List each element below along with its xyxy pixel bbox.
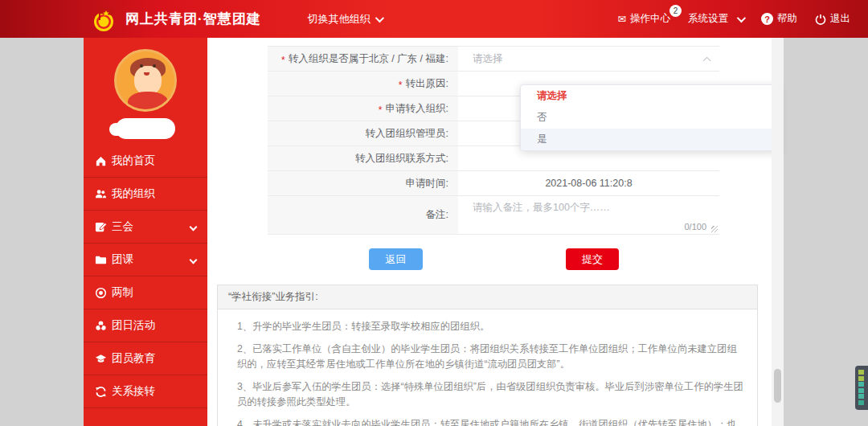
sidebar-item-label: 我的首页 [112, 154, 155, 168]
page: 网上共青团·智慧团建 切换其他组织 ✉ 操作中心 2 系统设置 ? 帮助 [0, 0, 868, 426]
sidebar-item-member-education[interactable]: 团员教育 [84, 342, 207, 375]
chevron-down-icon [375, 13, 383, 22]
system-settings-button[interactable]: 系统设置 [688, 12, 743, 26]
chevron-up-icon [703, 56, 711, 64]
dropdown-option-no[interactable]: 否 [521, 107, 779, 129]
sidebar-item-meetings[interactable]: 三会 [84, 211, 207, 244]
help-icon: ? [761, 13, 773, 25]
remark-cell: 0/100 [458, 196, 719, 234]
sidebar-item-label: 团课 [112, 252, 133, 267]
folder-icon [95, 254, 107, 266]
sync-icon [95, 386, 107, 398]
sidebar-menu: 我的首页 我的组织 三会 团课 [84, 145, 207, 408]
field-label: 转出原因: [406, 77, 448, 91]
header-actions: ✉ 操作中心 2 系统设置 ? 帮助 退出 [618, 12, 850, 26]
field-label: 转入组织是否属于北京 / 广东 / 福建: [289, 52, 448, 66]
switch-org-dropdown[interactable]: 切换其他组织 [308, 12, 382, 27]
help-label: 帮助 [777, 12, 797, 26]
sidebar-item-label: 我的组织 [112, 186, 155, 201]
home-icon [95, 155, 107, 167]
chevron-down-icon [190, 223, 198, 231]
target-icon [95, 287, 107, 299]
field-label: 申请转入组织: [386, 102, 448, 116]
logout-label: 退出 [830, 12, 850, 26]
edit-icon [95, 221, 107, 233]
required-marker: * [281, 55, 285, 66]
graduation-cap-icon [95, 353, 107, 365]
guidance-body: 1、升学的毕业学生团员：转接至录取学校相应的团组织。 2、已落实工作单位（含自主… [218, 309, 757, 426]
action-center-label: 操作中心 [630, 12, 670, 26]
app-header: 网上共青团·智慧团建 切换其他组织 ✉ 操作中心 2 系统设置 ? 帮助 [0, 0, 868, 38]
help-button[interactable]: ? 帮助 [761, 12, 797, 26]
sidebar-item-label: 三会 [112, 219, 133, 234]
field-label: 申请时间: [406, 177, 448, 190]
remark-textarea[interactable] [473, 201, 719, 234]
action-center-button[interactable]: ✉ 操作中心 2 [618, 12, 670, 26]
app-title: 网上共青团·智慧团建 [125, 10, 261, 28]
floating-extension-widget[interactable] [855, 366, 868, 410]
mail-icon: ✉ [618, 13, 626, 25]
sidebar-item-label: 团员教育 [112, 351, 155, 366]
field-label: 转入团组织联系方式: [355, 152, 448, 166]
region-select-dropdown: 请选择 否 是 [520, 84, 780, 151]
chevron-down-icon [190, 256, 198, 264]
scrollbar-thumb[interactable] [774, 369, 781, 403]
resize-handle-icon[interactable] [711, 226, 718, 232]
sidebar: 我的首页 我的组织 三会 团课 [84, 38, 207, 426]
sidebar-item-organization[interactable]: 我的组织 [84, 178, 207, 211]
power-icon [815, 14, 826, 25]
avatar[interactable] [114, 49, 177, 112]
apply-time-value: 2021-08-06 11:20:8 [458, 171, 719, 195]
sidebar-item-label: 团日活动 [112, 318, 155, 333]
sidebar-item-label: 两制 [112, 285, 133, 300]
chevron-down-icon [737, 13, 746, 22]
char-counter: 0/100 [684, 222, 706, 231]
sidebar-item-home[interactable]: 我的首页 [84, 145, 207, 178]
form-row-remark: 备注: 0/100 [268, 196, 719, 235]
switch-org-label: 切换其他组织 [308, 12, 371, 27]
username-blob [116, 118, 175, 139]
scrollbar-track[interactable] [772, 38, 784, 426]
dropdown-option-placeholder[interactable]: 请选择 [521, 85, 779, 107]
sidebar-item-two-systems[interactable]: 两制 [84, 276, 207, 309]
back-button[interactable]: 返回 [369, 248, 423, 270]
required-marker: * [379, 104, 383, 116]
system-settings-label: 系统设置 [688, 12, 728, 26]
main-content: *转入组织是否属于北京 / 广东 / 福建: 请选择 *转出原因: *申请转入组… [207, 38, 772, 426]
guidance-item: 3、毕业后参军入伍的学生团员：选择“特殊单位团组织”后，由省级团组织负责审核。毕… [237, 379, 746, 410]
sidebar-item-label: 关系接转 [112, 384, 155, 399]
sidebar-item-lessons[interactable]: 团课 [84, 244, 207, 276]
guidance-item: 1、升学的毕业学生团员：转接至录取学校相应的团组织。 [237, 319, 746, 334]
logout-button[interactable]: 退出 [815, 12, 850, 26]
league-emblem-logo [90, 6, 117, 33]
field-label: 备注: [426, 208, 448, 222]
sidebar-item-league-day[interactable]: 团日活动 [84, 309, 207, 342]
users-icon [95, 188, 107, 200]
transfer-form: *转入组织是否属于北京 / 广东 / 福建: 请选择 *转出原因: *申请转入组… [268, 46, 719, 235]
required-marker: * [399, 80, 403, 91]
guidance-item: 4、未升学或未落实就业去向的毕业学生团员：转至居住地或户籍地所在乡镇、街道团组织… [237, 417, 746, 426]
field-label: 转入团组织管理员: [366, 127, 448, 141]
dropdown-option-yes[interactable]: 是 [521, 129, 779, 150]
recycle-icon [95, 320, 107, 332]
guidance-panel: “学社衔接”业务指引: 1、升学的毕业学生团员：转接至录取学校相应的团组织。 2… [217, 285, 758, 426]
notification-badge: 2 [669, 5, 682, 17]
select-value: 请选择 [473, 52, 503, 66]
form-row-apply-time: 申请时间: 2021-08-06 11:20:8 [268, 171, 719, 196]
sidebar-item-relation-transfer[interactable]: 关系接转 [84, 375, 207, 408]
form-row-region: *转入组织是否属于北京 / 广东 / 福建: 请选择 [268, 47, 719, 72]
guidance-title: “学社衔接”业务指引: [218, 285, 757, 309]
submit-button[interactable]: 提交 [566, 248, 619, 270]
region-select[interactable]: 请选择 [458, 47, 719, 71]
guidance-item: 2、已落实工作单位（含自主创业）的毕业学生团员：将团组织关系转接至工作单位团组织… [237, 342, 746, 372]
